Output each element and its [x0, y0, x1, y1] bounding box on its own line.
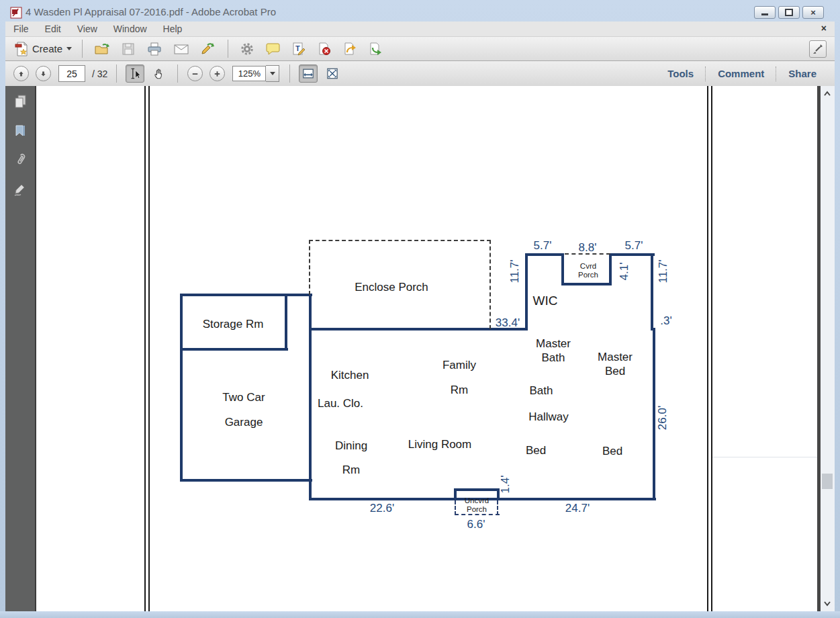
window-bottom-border [0, 611, 840, 618]
create-button[interactable]: Create [11, 41, 76, 57]
panel-buttons: Tools Comment Share [656, 61, 828, 86]
navigation-sidebar [5, 86, 36, 611]
send-page-button[interactable] [365, 40, 385, 58]
create-document-icon [15, 42, 28, 56]
delete-page-button[interactable] [314, 40, 334, 58]
minimize-button[interactable] [754, 6, 776, 19]
menubar-close-icon[interactable]: × [821, 23, 827, 34]
fit-width-button[interactable] [299, 64, 318, 83]
close-button[interactable]: × [802, 6, 824, 19]
comment-button-icononly[interactable] [263, 40, 283, 58]
fit-width-icon [302, 67, 314, 80]
create-button-label: Create [32, 43, 62, 54]
page-count-label: / 32 [92, 69, 107, 79]
delete-page-icon [318, 42, 331, 56]
menu-view[interactable]: View [69, 24, 105, 34]
send-page-icon [369, 42, 382, 56]
select-tool-button[interactable] [126, 64, 144, 83]
fit-page-button[interactable] [323, 64, 342, 83]
menu-file[interactable]: File [5, 24, 37, 34]
text-annotation-icon: T [292, 42, 306, 56]
resize-toolbar-button[interactable] [809, 40, 827, 58]
menu-help[interactable]: Help [155, 24, 191, 34]
select-tool-icon [129, 67, 141, 80]
zoom-out-icon [192, 70, 198, 78]
gear-icon [240, 42, 254, 56]
preferences-button[interactable] [237, 40, 257, 58]
page-right-edge [711, 86, 712, 611]
hand-tool-icon [153, 67, 165, 80]
sign-icon [201, 42, 216, 56]
comment-panel-button[interactable]: Comment [706, 68, 776, 79]
scroll-up-button[interactable] [822, 87, 833, 99]
toolbar-separator [82, 40, 83, 58]
main-toolbar: Create [5, 37, 835, 61]
fit-page-icon [326, 67, 338, 80]
email-button[interactable] [171, 40, 192, 58]
chevron-down-icon [66, 47, 72, 50]
print-icon [147, 42, 162, 56]
menu-edit[interactable]: Edit [37, 24, 69, 34]
toolbar-separator [289, 64, 290, 83]
comment-bubble-icon [266, 42, 280, 55]
scroll-down-icon [823, 601, 831, 607]
page-number-input[interactable] [58, 65, 85, 82]
window-title: 4 Wasden Pl Appraisal 07-2016.pdf - Adob… [26, 6, 276, 17]
tools-panel-button[interactable]: Tools [656, 68, 705, 79]
scroll-down-button[interactable] [822, 598, 833, 610]
restore-button[interactable] [778, 6, 800, 19]
window-titlebar: 4 Wasden Pl Appraisal 07-2016.pdf - Adob… [0, 0, 840, 21]
export-page-button[interactable] [340, 40, 360, 58]
zoom-in-icon [214, 70, 220, 78]
save-file-button[interactable] [118, 40, 138, 58]
svg-text:T: T [295, 44, 300, 52]
resize-toolbar-icon [812, 44, 823, 54]
bookmarks-icon[interactable] [13, 124, 28, 138]
save-file-icon [122, 42, 135, 56]
previous-page-button[interactable] [13, 66, 29, 81]
page-right-border [707, 86, 708, 611]
hand-tool-button[interactable] [150, 64, 169, 83]
close-icon: × [810, 8, 816, 17]
page-thumbnails-icon[interactable] [13, 94, 28, 109]
page-left-edge [144, 86, 146, 611]
zoom-dropdown-button[interactable] [266, 65, 279, 82]
pdf-file-icon [10, 7, 22, 19]
attachments-icon[interactable] [13, 153, 28, 168]
toolbar-separator [177, 64, 178, 83]
next-page-button[interactable] [36, 66, 51, 81]
minimize-icon [761, 13, 768, 15]
zoom-out-button[interactable] [187, 66, 203, 81]
print-button[interactable] [144, 40, 165, 58]
sign-button[interactable] [197, 40, 219, 58]
zoom-level-value[interactable]: 125% [232, 66, 266, 81]
menu-bar: File Edit View Window Help × [5, 21, 835, 37]
navigation-toolbar: / 32 125% [5, 61, 835, 87]
menu-window[interactable]: Window [105, 24, 155, 34]
share-panel-button[interactable]: Share [777, 68, 828, 79]
open-file-button[interactable] [91, 40, 113, 58]
scroll-up-icon [823, 91, 831, 96]
page-backdrop-line [712, 457, 821, 457]
zoom-in-button[interactable] [209, 66, 225, 81]
acrobat-window: 4 Wasden Pl Appraisal 07-2016.pdf - Adob… [0, 0, 840, 618]
toolbar-separator [116, 64, 117, 83]
restore-icon [785, 9, 793, 16]
document-pane [5, 86, 835, 611]
export-page-icon [343, 42, 357, 56]
email-icon [174, 43, 189, 55]
page-up-icon [18, 69, 24, 79]
signatures-icon[interactable] [13, 183, 28, 197]
toolbar-separator [228, 40, 228, 58]
vertical-scrollbar[interactable] [821, 86, 835, 611]
page-down-icon [40, 69, 46, 79]
zoom-dropdown-icon [270, 72, 275, 75]
scrollbar-thumb[interactable] [822, 474, 833, 489]
edit-text-button[interactable]: T [289, 40, 309, 58]
page-left-border [148, 86, 150, 611]
open-file-icon [95, 42, 109, 56]
